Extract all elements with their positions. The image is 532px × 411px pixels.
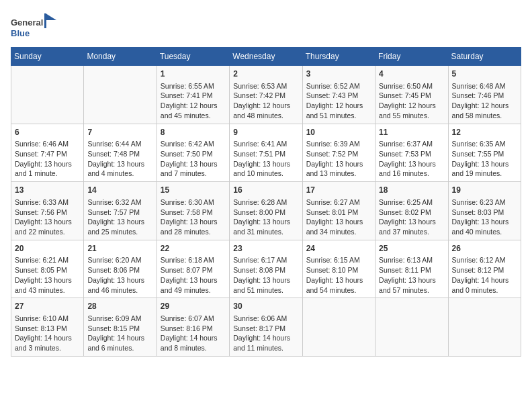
day-info-line: Daylight: 13 hours <box>233 159 298 169</box>
day-number: 6 <box>15 127 80 138</box>
day-info-line: and 51 minutes. <box>306 111 371 121</box>
day-number: 30 <box>233 301 298 312</box>
day-info-line: Sunrise: 6:33 AM <box>15 197 80 208</box>
day-info-line: Daylight: 14 hours <box>452 275 517 285</box>
day-info-line: Sunset: 7:56 PM <box>15 208 80 218</box>
day-info-line: and 22 minutes. <box>15 227 80 237</box>
day-info-line: Daylight: 12 hours <box>452 101 517 111</box>
day-info-line: Sunrise: 6:44 AM <box>87 139 152 149</box>
day-number: 16 <box>233 185 298 196</box>
calendar-cell: 25Sunrise: 6:13 AMSunset: 8:11 PMDayligh… <box>375 240 448 298</box>
calendar-cell: 4Sunrise: 6:50 AMSunset: 7:45 PMDaylight… <box>375 66 448 124</box>
logo: General Blue <box>11 11 58 39</box>
day-info-line: Daylight: 14 hours <box>233 333 298 343</box>
day-info-line: Sunset: 8:05 PM <box>15 265 80 275</box>
weekday-header-friday: Friday <box>375 48 448 66</box>
day-info-line: Sunrise: 6:27 AM <box>306 197 371 208</box>
calendar-cell: 8Sunrise: 6:42 AMSunset: 7:50 PMDaylight… <box>157 124 229 182</box>
weekday-header-monday: Monday <box>84 48 157 66</box>
day-info-line: Sunset: 8:03 PM <box>452 208 517 218</box>
day-number: 4 <box>379 68 444 80</box>
day-number: 10 <box>306 127 371 138</box>
day-info-line: Daylight: 13 hours <box>379 159 444 169</box>
day-number: 18 <box>379 185 444 196</box>
calendar-cell: 22Sunrise: 6:18 AMSunset: 8:07 PMDayligh… <box>157 240 229 298</box>
day-info-line: Daylight: 13 hours <box>15 159 80 169</box>
calendar-cell <box>448 298 521 357</box>
weekday-header-saturday: Saturday <box>448 48 521 66</box>
day-number: 9 <box>233 127 298 138</box>
day-info-line: Sunset: 8:17 PM <box>233 324 298 334</box>
day-info-line: Sunrise: 6:25 AM <box>379 197 444 208</box>
calendar-cell: 1Sunrise: 6:55 AMSunset: 7:41 PMDaylight… <box>157 66 229 124</box>
day-info-line: Daylight: 13 hours <box>306 275 371 285</box>
day-info-line: Sunrise: 6:17 AM <box>233 255 298 265</box>
day-info-line: Sunrise: 6:07 AM <box>161 314 226 324</box>
day-number: 3 <box>306 68 371 80</box>
weekday-header-wednesday: Wednesday <box>230 48 302 66</box>
calendar-cell: 24Sunrise: 6:15 AMSunset: 8:10 PMDayligh… <box>302 240 375 298</box>
day-info-line: Sunset: 7:43 PM <box>306 91 371 101</box>
calendar-cell <box>302 298 375 357</box>
day-info-line: Daylight: 12 hours <box>161 101 226 111</box>
day-info-line: Sunset: 8:01 PM <box>306 208 371 218</box>
day-info-line: Daylight: 13 hours <box>452 159 517 169</box>
day-info-line: Daylight: 13 hours <box>15 217 80 227</box>
day-info-line: Sunset: 8:07 PM <box>161 265 226 275</box>
day-info-line: Daylight: 13 hours <box>452 217 517 227</box>
calendar-week-1: 1Sunrise: 6:55 AMSunset: 7:41 PMDaylight… <box>11 66 521 124</box>
day-info-line: Daylight: 13 hours <box>233 217 298 227</box>
calendar-cell: 20Sunrise: 6:21 AMSunset: 8:05 PMDayligh… <box>11 240 84 298</box>
day-info-line: Sunset: 8:00 PM <box>233 208 298 218</box>
day-info-line: and 34 minutes. <box>306 227 371 237</box>
day-info-line: Daylight: 13 hours <box>379 275 444 285</box>
calendar-cell: 11Sunrise: 6:37 AMSunset: 7:53 PMDayligh… <box>375 124 448 182</box>
day-info-line: and 51 minutes. <box>233 285 298 295</box>
day-info-line: and 43 minutes. <box>15 285 80 295</box>
day-info-line: Daylight: 13 hours <box>15 275 80 285</box>
weekday-header-row: SundayMondayTuesdayWednesdayThursdayFrid… <box>11 48 521 66</box>
day-info-line: Sunset: 7:41 PM <box>161 91 226 101</box>
day-info-line: Sunrise: 6:28 AM <box>233 197 298 208</box>
day-info-line: and 7 minutes. <box>161 169 226 179</box>
day-info-line: Sunset: 7:53 PM <box>379 149 444 159</box>
calendar-week-2: 6Sunrise: 6:46 AMSunset: 7:47 PMDaylight… <box>11 124 521 182</box>
day-info-line: Sunset: 8:11 PM <box>379 265 444 275</box>
day-info-line: and 55 minutes. <box>379 111 444 121</box>
day-info-line: and 25 minutes. <box>87 227 152 237</box>
day-info-line: Sunset: 7:57 PM <box>87 208 152 218</box>
day-info-line: and 31 minutes. <box>233 227 298 237</box>
day-info-line: Daylight: 14 hours <box>161 333 226 343</box>
day-info-line: and 4 minutes. <box>87 169 152 179</box>
day-info-line: Daylight: 13 hours <box>306 217 371 227</box>
day-number: 5 <box>452 68 517 80</box>
day-info-line: and 57 minutes. <box>379 285 444 295</box>
day-number: 20 <box>15 243 80 255</box>
day-info-line: Sunrise: 6:13 AM <box>379 255 444 265</box>
day-number: 1 <box>161 68 226 80</box>
day-info-line: Sunrise: 6:39 AM <box>306 139 371 149</box>
calendar-cell: 19Sunrise: 6:23 AMSunset: 8:03 PMDayligh… <box>448 182 521 240</box>
day-number: 23 <box>233 243 298 255</box>
day-info-line: Sunset: 7:45 PM <box>379 91 444 101</box>
day-info-line: and 11 minutes. <box>233 343 298 353</box>
svg-rect-1 <box>44 13 46 28</box>
day-number: 21 <box>87 243 152 255</box>
calendar-week-3: 13Sunrise: 6:33 AMSunset: 7:56 PMDayligh… <box>11 182 521 240</box>
day-info-line: Daylight: 14 hours <box>15 333 80 343</box>
weekday-header-tuesday: Tuesday <box>157 48 229 66</box>
day-info-line: Daylight: 13 hours <box>161 159 226 169</box>
day-info-line: Sunset: 7:50 PM <box>161 149 226 159</box>
day-info-line: Sunrise: 6:42 AM <box>161 139 226 149</box>
calendar-cell <box>375 298 448 357</box>
day-info-line: Sunrise: 6:35 AM <box>452 139 517 149</box>
calendar-cell <box>11 66 84 124</box>
generalblue-logo-icon: General Blue <box>11 11 58 39</box>
calendar-table: SundayMondayTuesdayWednesdayThursdayFrid… <box>11 47 521 357</box>
day-info-line: Daylight: 13 hours <box>161 275 226 285</box>
day-number: 27 <box>15 301 80 312</box>
day-info-line: Daylight: 12 hours <box>379 101 444 111</box>
day-info-line: Sunrise: 6:50 AM <box>379 81 444 91</box>
day-info-line: Sunset: 7:51 PM <box>233 149 298 159</box>
day-info-line: Daylight: 13 hours <box>87 275 152 285</box>
